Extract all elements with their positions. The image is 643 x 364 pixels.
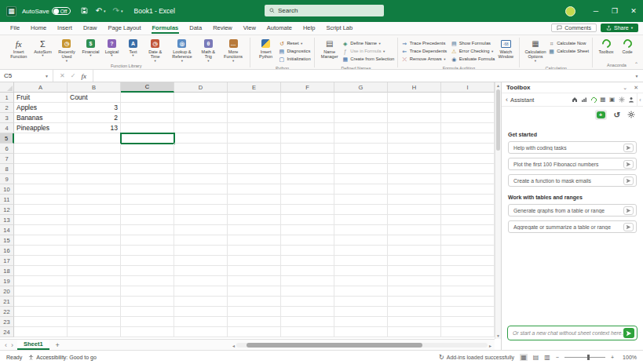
column-header-F[interactable]: F: [281, 82, 334, 93]
trace-dependents-button[interactable]: ⇐ Trace Dependents: [401, 47, 447, 55]
cell-C14[interactable]: [121, 225, 174, 235]
cell-C1[interactable]: [121, 93, 174, 103]
cell-F12[interactable]: [281, 205, 334, 215]
cell-F7[interactable]: [281, 154, 334, 164]
cell-F22[interactable]: [281, 307, 334, 317]
cell-B12[interactable]: [68, 205, 121, 215]
page-break-view-icon[interactable]: ▥: [544, 354, 550, 361]
row-header-11[interactable]: 11: [0, 195, 14, 205]
add-sheet-button[interactable]: +: [56, 341, 60, 349]
row-header-23[interactable]: 23: [0, 317, 14, 327]
cell-I9[interactable]: [441, 174, 495, 184]
row-header-24[interactable]: 24: [0, 327, 14, 337]
cell-H9[interactable]: [388, 174, 441, 184]
cell-F21[interactable]: [281, 297, 334, 307]
cell-B5[interactable]: [68, 133, 121, 144]
column-header-E[interactable]: E: [228, 82, 281, 93]
cell-D17[interactable]: [174, 256, 228, 266]
cell-A15[interactable]: [14, 235, 68, 246]
cell-E1[interactable]: [228, 93, 281, 103]
cell-G24[interactable]: [334, 327, 388, 337]
cell-G20[interactable]: [334, 286, 388, 297]
cell-I21[interactable]: [441, 297, 495, 307]
cell-G23[interactable]: [334, 317, 388, 327]
cell-F23[interactable]: [281, 317, 334, 327]
chat-input[interactable]: Or start a new chat without sheet contex…: [507, 326, 638, 340]
expand-formula-bar-icon[interactable]: ▼: [630, 70, 643, 82]
row-header-12[interactable]: 12: [0, 205, 14, 215]
cell-C22[interactable]: [121, 307, 174, 317]
suggestion-card[interactable]: Help with coding tasks: [508, 141, 637, 154]
cell-D23[interactable]: [174, 317, 228, 327]
suggestion-card[interactable]: Aggregate or summarize a table or range: [508, 220, 637, 233]
cell-I20[interactable]: [441, 286, 495, 297]
use-in-formula-button[interactable]: ƒ Use in Formula▾: [342, 47, 395, 55]
minimize-button[interactable]: ─: [586, 0, 605, 22]
cell-D24[interactable]: [174, 327, 228, 337]
show-formulas-button[interactable]: ▤ Show Formulas: [451, 39, 495, 47]
cell-H8[interactable]: [388, 164, 441, 174]
cell-I24[interactable]: [441, 327, 495, 337]
cell-E8[interactable]: [228, 164, 281, 174]
cell-I2[interactable]: [441, 103, 495, 113]
search-input[interactable]: Search: [265, 5, 384, 16]
cell-D2[interactable]: [174, 103, 228, 113]
cell-D8[interactable]: [174, 164, 228, 174]
cell-G17[interactable]: [334, 256, 388, 266]
chevron-down-icon[interactable]: ▼: [45, 74, 49, 78]
row-header-20[interactable]: 20: [0, 286, 14, 297]
zoom-in-icon[interactable]: +: [611, 355, 614, 360]
send-icon[interactable]: [623, 144, 634, 152]
new-chat-button[interactable]: +: [595, 110, 607, 120]
row-header-1[interactable]: 1: [0, 93, 14, 103]
anaconda-icon[interactable]: [591, 97, 597, 103]
cell-F4[interactable]: [281, 123, 334, 133]
insert-function-icon[interactable]: fx: [81, 72, 86, 80]
cell-G12[interactable]: [334, 205, 388, 215]
cell-E6[interactable]: [228, 144, 281, 154]
cell-I7[interactable]: [441, 154, 495, 164]
cell-C21[interactable]: [121, 297, 174, 307]
cell-H13[interactable]: [388, 215, 441, 225]
cell-E14[interactable]: [228, 225, 281, 235]
column-header-H[interactable]: H: [388, 82, 441, 93]
cell-A17[interactable]: [14, 256, 68, 266]
row-header-21[interactable]: 21: [0, 297, 14, 307]
cell-D7[interactable]: [174, 154, 228, 164]
column-header-A[interactable]: A: [14, 82, 68, 93]
column-header-I[interactable]: I: [441, 82, 495, 93]
cell-H1[interactable]: [388, 93, 441, 103]
cell-C17[interactable]: [121, 256, 174, 266]
cell-B14[interactable]: [68, 225, 121, 235]
cell-A4[interactable]: Pineapples: [14, 123, 68, 133]
row-header-5[interactable]: 5: [0, 133, 14, 144]
tab-insert[interactable]: Insert: [52, 23, 78, 34]
tables-icon[interactable]: ▦: [600, 96, 605, 103]
snippets-icon[interactable]: ▣: [609, 96, 615, 103]
autosum-button[interactable]: Σ AutoSum ▾: [32, 37, 53, 63]
cell-F24[interactable]: [281, 327, 334, 337]
undo-icon[interactable]: ↶: [96, 7, 102, 15]
cell-H16[interactable]: [388, 246, 441, 256]
cell-E11[interactable]: [228, 195, 281, 205]
cell-B7[interactable]: [68, 154, 121, 164]
cancel-icon[interactable]: ✕: [60, 72, 65, 79]
cell-C18[interactable]: [121, 266, 174, 276]
settings-icon[interactable]: [619, 96, 625, 103]
cell-B22[interactable]: [68, 307, 121, 317]
close-icon[interactable]: ✕: [634, 85, 638, 91]
cell-G5[interactable]: [334, 133, 388, 144]
cell-C19[interactable]: [121, 276, 174, 286]
excel-app-icon[interactable]: ▦: [6, 6, 16, 16]
cell-C4[interactable]: [121, 123, 174, 133]
cell-D10[interactable]: [174, 184, 228, 195]
row-header-4[interactable]: 4: [0, 123, 14, 133]
cell-D11[interactable]: [174, 195, 228, 205]
send-icon[interactable]: [623, 206, 634, 215]
cell-I8[interactable]: [441, 164, 495, 174]
cell-D19[interactable]: [174, 276, 228, 286]
home-icon[interactable]: [572, 96, 578, 103]
scroll-down-icon[interactable]: ▼: [496, 333, 500, 338]
cell-B24[interactable]: [68, 327, 121, 337]
cell-G14[interactable]: [334, 225, 388, 235]
